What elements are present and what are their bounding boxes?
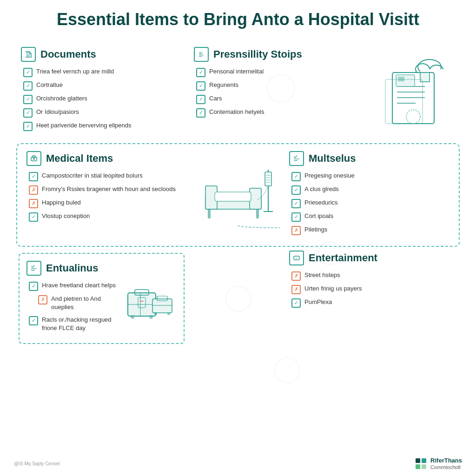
brand-sq-4 xyxy=(422,464,426,469)
list-item: ✓ Pensonal internelital xyxy=(196,67,348,77)
check-icon: ✓ xyxy=(291,212,301,222)
medical-title: Medical Items xyxy=(46,152,113,165)
entualinus-icon xyxy=(26,261,41,276)
entertainment-section: Entertainment ✗ Street hsteps ✗ Urten fr… xyxy=(289,251,460,346)
brand-sq-1 xyxy=(416,458,420,463)
check-icon: ✓ xyxy=(23,122,33,131)
documents-section: Documents ✓ Triea feel vernch up are mil… xyxy=(14,42,182,139)
check-icon: ✓ xyxy=(291,185,301,195)
bottom-center-space xyxy=(192,251,284,346)
check-icon: ✓ xyxy=(29,212,38,222)
list-item: ✓ Campostocriter in stial leopited bolur… xyxy=(29,172,187,181)
check-icon: ✓ xyxy=(23,95,33,104)
svg-rect-14 xyxy=(398,77,404,81)
multselus-title: Multselus xyxy=(309,152,356,165)
check-icon: ✓ xyxy=(29,282,38,291)
presnsillity-header: Presnsillity Stoips xyxy=(194,47,348,62)
check-icon: ✓ xyxy=(23,81,33,91)
list-item: ✗ Urten frinig us payers xyxy=(291,284,460,294)
list-item: ✓ Cars xyxy=(196,94,348,104)
presnsillity-title: Presnsillity Stoips xyxy=(213,48,302,60)
medical-icon xyxy=(26,151,41,166)
list-item: ✓ Cort ipoals xyxy=(291,212,450,222)
check-icon: ✗ xyxy=(291,226,301,235)
medical-header: Medical Items xyxy=(26,151,187,166)
list-item: ✗ Happing buled xyxy=(29,198,187,208)
multselus-list: ✓ Pregesing onesiue ✓ A clus glreds ✓ Pr… xyxy=(289,172,450,235)
svg-rect-26 xyxy=(256,209,259,218)
documents-header: Documents xyxy=(21,47,175,62)
top-row: Documents ✓ Triea feel vernch up are mil… xyxy=(14,42,462,139)
entualinus-title: Entualinus xyxy=(46,262,98,274)
deco-circle-bottom xyxy=(225,286,251,311)
documents-list: ✓ Triea feel vernch up are milld ✓ Cortr… xyxy=(21,67,175,131)
bottom-row: Entualinus xyxy=(14,251,462,346)
footer-left-text: @IS Mq Sapty Censel xyxy=(14,461,60,466)
multselus-icon xyxy=(289,151,304,166)
check-icon: ✓ xyxy=(291,199,301,208)
page: Essential Items to Bring Anto a Hospital… xyxy=(0,0,476,476)
entualinus-section: Entualinus xyxy=(19,253,185,344)
check-icon: ✓ xyxy=(23,108,33,118)
middle-grid: Medical Items ✓ Campostocriter in stial … xyxy=(26,151,450,239)
list-item: ✓ PumPlexa xyxy=(291,298,460,308)
luggage-illustration-inline xyxy=(126,281,177,325)
check-icon: ✗ xyxy=(29,185,38,195)
list-item: ✓ Pregesing onesiue xyxy=(291,172,450,181)
list-item: ✓ A clus glreds xyxy=(291,185,450,195)
check-icon: ✓ xyxy=(29,172,38,181)
multselus-header: Multselus xyxy=(289,151,450,166)
footer: @IS Mq Sapty Censel RiferThans Commtocho… xyxy=(14,457,462,470)
svg-rect-29 xyxy=(265,172,271,186)
presnsillity-list: ✓ Pensonal internelital ✓ Regunents ✓ Ca… xyxy=(194,67,348,118)
check-icon: ✓ xyxy=(29,316,38,325)
list-item: ✓ Or Idiou/pasiors xyxy=(23,108,175,118)
entualinus-header: Entualinus xyxy=(26,261,177,276)
svg-rect-45 xyxy=(140,301,144,302)
footer-brand: RiferThans Commtocholt xyxy=(416,457,462,470)
entertainment-icon xyxy=(289,251,304,265)
svg-rect-18 xyxy=(33,156,35,158)
svg-rect-25 xyxy=(208,209,211,218)
list-item: ✓ Orcishrode glatters xyxy=(23,94,175,104)
main-title: Essential Items to Bring Anto a Hospital… xyxy=(14,9,462,29)
presnsillity-section: Presnsillity Stoips ✓ Pensonal interneli… xyxy=(187,42,355,139)
list-item: ✗ Street hsteps xyxy=(291,271,460,281)
list-item: ✓ Cortraltue xyxy=(23,81,175,91)
presnsillity-icon xyxy=(194,47,209,62)
svg-rect-23 xyxy=(250,188,261,209)
list-item: ✗ Fromry's Rssles bragener with houn and… xyxy=(29,185,187,195)
medical-items-section: Medical Items ✓ Campostocriter in stial … xyxy=(26,151,187,239)
documents-title: Documents xyxy=(40,48,96,60)
entertainment-list: ✗ Street hsteps ✗ Urten frinig us payers… xyxy=(289,271,460,308)
bed-illustration xyxy=(192,151,284,239)
list-item: ✓ Contemation hetyels xyxy=(196,108,348,118)
check-icon: ✓ xyxy=(196,108,205,118)
list-item: ✓ Vlostup coneption xyxy=(29,212,187,222)
list-item: ✓ Hrave freetland cleart helps xyxy=(29,281,121,291)
list-item: ✓ Priesedurics xyxy=(291,198,450,208)
brand-sq-2 xyxy=(422,458,426,463)
medical-list: ✓ Campostocriter in stial leopited bolur… xyxy=(26,172,187,222)
svg-point-42 xyxy=(131,315,134,319)
check-icon: ✗ xyxy=(291,285,301,294)
svg-marker-52 xyxy=(296,258,298,259)
list-item: ✓ Triea feel vernch up are milld xyxy=(23,67,175,77)
list-item: ✓ Regunents xyxy=(196,81,348,91)
check-icon: ✗ xyxy=(291,271,301,281)
document-illustration xyxy=(360,42,462,139)
check-icon: ✓ xyxy=(196,81,205,91)
entertainment-header: Entertainment xyxy=(289,251,460,265)
deco-circle-3 xyxy=(274,357,300,383)
brand-squares xyxy=(416,458,427,469)
middle-dashed-area: Medical Items ✓ Campostocriter in stial … xyxy=(16,143,460,247)
list-item: ✗ And pietren to And oueplies xyxy=(29,295,121,311)
documents-icon xyxy=(21,47,36,62)
check-icon: ✓ xyxy=(23,68,33,77)
check-icon: ✓ xyxy=(291,298,301,308)
check-icon: ✗ xyxy=(38,295,47,304)
check-icon: ✓ xyxy=(196,95,205,104)
check-icon: ✗ xyxy=(29,199,38,208)
list-item: ✓ Heet pariveride berverving ellpends xyxy=(23,121,175,131)
svg-rect-24 xyxy=(215,192,251,201)
